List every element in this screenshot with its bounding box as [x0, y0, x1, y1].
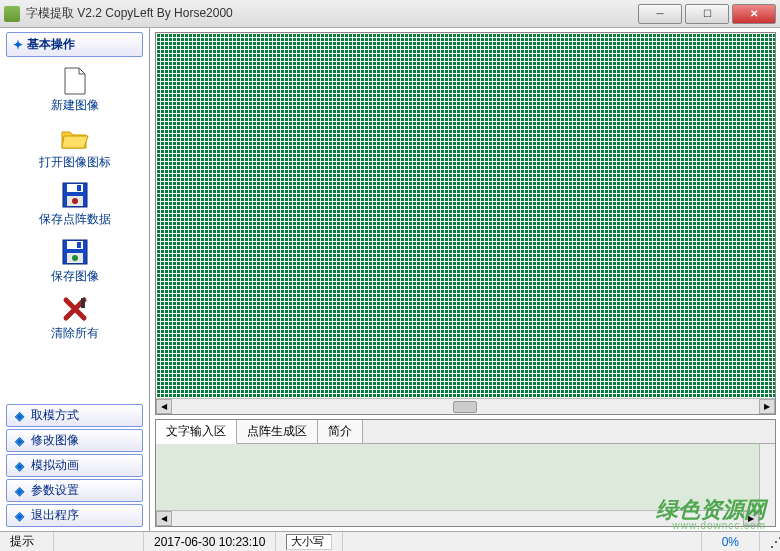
diamond-icon: ◈	[15, 484, 25, 498]
save-image-label: 保存图像	[51, 268, 99, 285]
sidebar-header-label: 基本操作	[27, 36, 75, 53]
new-image-label: 新建图像	[51, 97, 99, 114]
tabs-panel: 文字输入区 点阵生成区 简介 ◀ ▶	[155, 419, 776, 527]
canvas-scrollbar-h[interactable]: ◀ ▶	[156, 398, 775, 414]
window-buttons: ─ ☐ ✕	[638, 4, 776, 24]
status-resize-grip[interactable]: ⋰	[760, 532, 780, 551]
body: ✦ 基本操作 新建图像 打开图像图标 保存点阵数据	[0, 28, 780, 531]
icon-list: 新建图像 打开图像图标 保存点阵数据 保存图像	[6, 61, 143, 352]
svg-rect-7	[77, 242, 81, 248]
menu-items: ◈取模方式 ◈修改图像 ◈模拟动画 ◈参数设置 ◈退出程序	[6, 404, 143, 527]
floppy-disk-icon	[59, 181, 91, 209]
scroll-thumb[interactable]	[453, 401, 477, 413]
tab-matrix-output[interactable]: 点阵生成区	[237, 420, 318, 443]
open-image-button[interactable]: 打开图像图标	[6, 122, 143, 173]
tab-row: 文字输入区 点阵生成区 简介	[156, 420, 775, 444]
diamond-icon: ◈	[15, 409, 25, 423]
sidebar: ✦ 基本操作 新建图像 打开图像图标 保存点阵数据	[0, 28, 150, 531]
clear-x-icon	[59, 295, 91, 323]
menu-label: 模拟动画	[31, 457, 79, 474]
diamond-icon: ◈	[15, 459, 25, 473]
menu-simulate-anim[interactable]: ◈模拟动画	[6, 454, 143, 477]
status-datetime: 2017-06-30 10:23:10	[144, 532, 276, 551]
save-matrix-label: 保存点阵数据	[39, 211, 111, 228]
statusbar: 提示 2017-06-30 10:23:10 0% ⋰	[0, 531, 780, 551]
spacer	[6, 352, 143, 404]
status-spacer-2	[343, 532, 701, 551]
maximize-button[interactable]: ☐	[685, 4, 729, 24]
scroll-left-icon[interactable]: ◀	[156, 511, 172, 526]
save-matrix-button[interactable]: 保存点阵数据	[6, 179, 143, 230]
svg-rect-2	[77, 185, 81, 191]
new-image-button[interactable]: 新建图像	[6, 65, 143, 116]
folder-open-icon	[59, 124, 91, 152]
pixel-canvas[interactable]	[156, 33, 775, 398]
textarea-scrollbar-h[interactable]: ◀ ▶	[156, 510, 759, 526]
menu-label: 参数设置	[31, 482, 79, 499]
svg-rect-10	[81, 298, 85, 308]
menu-label: 取模方式	[31, 407, 79, 424]
open-image-label: 打开图像图标	[39, 154, 111, 171]
floppy-disk-icon	[59, 238, 91, 266]
window-title: 字模提取 V2.2 CopyLeft By Horse2000	[26, 5, 638, 22]
canvas-panel: ◀ ▶	[155, 32, 776, 415]
save-image-button[interactable]: 保存图像	[6, 236, 143, 287]
svg-point-4	[72, 198, 78, 204]
menu-label: 修改图像	[31, 432, 79, 449]
document-icon	[59, 67, 91, 95]
clear-all-button[interactable]: 清除所有	[6, 293, 143, 344]
status-spacer-1	[54, 532, 144, 551]
menu-edit-image[interactable]: ◈修改图像	[6, 429, 143, 452]
status-caps	[276, 532, 343, 551]
tab-content: ◀ ▶	[156, 444, 775, 526]
main-area: ◀ ▶ 文字输入区 点阵生成区 简介 ◀ ▶	[150, 28, 780, 531]
scroll-right-icon[interactable]: ▶	[759, 399, 775, 414]
titlebar: 字模提取 V2.2 CopyLeft By Horse2000 ─ ☐ ✕	[0, 0, 780, 28]
menu-settings[interactable]: ◈参数设置	[6, 479, 143, 502]
close-button[interactable]: ✕	[732, 4, 776, 24]
app-icon	[4, 6, 20, 22]
menu-label: 退出程序	[31, 507, 79, 524]
diamond-icon: ◈	[15, 434, 25, 448]
tab-about[interactable]: 简介	[318, 420, 363, 443]
svg-point-9	[72, 255, 78, 261]
tab-text-input[interactable]: 文字输入区	[156, 420, 237, 444]
scroll-left-icon[interactable]: ◀	[156, 399, 172, 414]
diamond-icon: ◈	[15, 509, 25, 523]
collapse-icon: ✦	[13, 38, 23, 52]
clear-all-label: 清除所有	[51, 325, 99, 342]
menu-exit[interactable]: ◈退出程序	[6, 504, 143, 527]
scroll-right-icon[interactable]: ▶	[743, 511, 759, 526]
status-hint: 提示	[0, 532, 54, 551]
minimize-button[interactable]: ─	[638, 4, 682, 24]
status-percent: 0%	[702, 532, 760, 551]
sidebar-header-basic[interactable]: ✦ 基本操作	[6, 32, 143, 57]
menu-extraction-mode[interactable]: ◈取模方式	[6, 404, 143, 427]
caps-indicator	[286, 534, 332, 550]
textarea-scrollbar-v[interactable]	[759, 444, 775, 526]
